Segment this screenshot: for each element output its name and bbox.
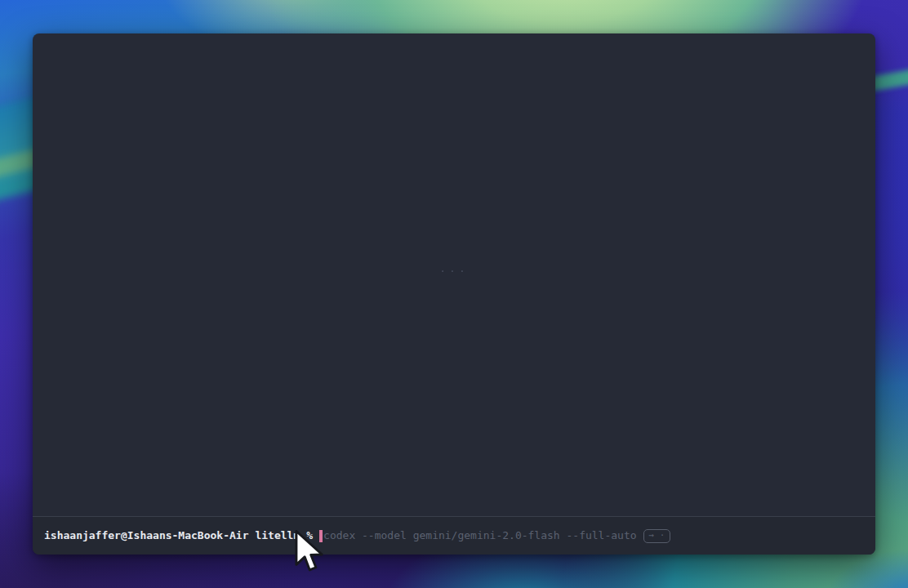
terminal-prompt-bar[interactable]: ishaanjaffer@Ishaans-MacBook-Airlitellm%… bbox=[33, 516, 875, 555]
desktop: ··· ishaanjaffer@Ishaans-MacBook-Airlite… bbox=[0, 0, 908, 588]
text-cursor bbox=[319, 530, 323, 542]
terminal-prompt-line[interactable]: ishaanjaffer@Ishaans-MacBook-Airlitellm%… bbox=[44, 528, 670, 543]
terminal-output-area[interactable]: ··· bbox=[33, 33, 875, 516]
accept-suggestion-hint-badge: → · bbox=[643, 529, 671, 543]
loading-ellipsis: ··· bbox=[439, 265, 468, 277]
prompt-user-host: ishaanjaffer@Ishaans-MacBook-Air bbox=[44, 528, 248, 543]
terminal-window[interactable]: ··· ishaanjaffer@Ishaans-MacBook-Airlite… bbox=[33, 33, 875, 555]
prompt-symbol: % bbox=[306, 528, 313, 543]
prompt-directory: litellm bbox=[255, 528, 300, 543]
autosuggestion-command: codex --model gemini/gemini-2.0-flash --… bbox=[323, 528, 637, 543]
